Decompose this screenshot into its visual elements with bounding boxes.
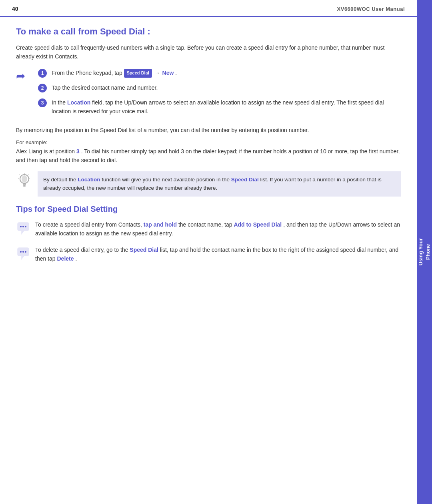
step-2: 2 Tap the desired contact name and numbe…: [38, 83, 401, 92]
example-label: For example:: [16, 139, 401, 145]
section1-heading: To make a call from Speed Dial :: [16, 26, 401, 37]
svg-line-4: [28, 174, 29, 175]
tip2-period: .: [75, 255, 77, 262]
example-number: 3: [76, 148, 80, 155]
step-number-1: 1: [38, 69, 47, 78]
paragraph1: By memorizing the position in the Speed …: [16, 126, 401, 135]
speed-dial-link-memo: Speed Dial: [231, 177, 259, 183]
svg-point-13: [25, 251, 26, 253]
step1-text-before: From the Phone keypad, tap: [52, 70, 124, 76]
delete-link: Delete: [57, 255, 74, 262]
memo-box: By default the Location function will gi…: [16, 171, 401, 197]
speed-dial-link-tip2: Speed Dial: [130, 247, 158, 253]
step-1: 1 From the Phone keypad, tap Speed Dial …: [38, 68, 401, 78]
tip-2: To delete a speed dial entry, go to the …: [16, 245, 401, 263]
memo-content: By default the Location function will gi…: [38, 171, 401, 197]
step-1-text: From the Phone keypad, tap Speed Dial → …: [52, 68, 401, 78]
step3-text-after: field, tap the Up/Down arrows to select …: [52, 99, 384, 114]
speed-dial-button-label: Speed Dial: [124, 69, 152, 78]
step-3: 3 In the Location field, tap the Up/Down…: [38, 98, 401, 116]
step-3-text: In the Location field, tap the Up/Down a…: [52, 98, 401, 116]
tip1-arrow-icon: [16, 221, 30, 238]
svg-point-10: [25, 226, 26, 227]
svg-point-8: [20, 226, 22, 227]
tip1-text-middle: the contact name, tap: [178, 221, 234, 228]
location-link-step3: Location: [67, 99, 90, 106]
step-number-3: 3: [38, 98, 47, 107]
step1-period: .: [175, 70, 177, 76]
location-link-memo: Location: [78, 177, 100, 183]
steps-list: 1 From the Phone keypad, tap Speed Dial …: [38, 68, 401, 122]
manual-title: XV6600WOC User Manual: [337, 6, 405, 12]
step3-text-before: In the: [52, 99, 67, 106]
steps-arrow-icon: ➦: [16, 68, 38, 122]
memo-text-before: By default the: [43, 177, 78, 183]
tap-hold-link: tap and hold: [144, 221, 177, 228]
tip-1: To create a speed dial entry from Contac…: [16, 220, 401, 238]
step-2-text: Tap the desired contact name and number.: [52, 83, 401, 92]
tip2-arrow-icon: [16, 246, 30, 263]
svg-line-6: [19, 174, 20, 175]
page-header: 40 XV6600WOC User Manual: [0, 0, 417, 17]
add-to-speed-dial-link: Add to Speed Dial: [234, 221, 282, 228]
side-tab-text: Using Your Phone: [417, 238, 432, 265]
svg-point-12: [22, 251, 24, 253]
example-text-before: Alex Liang is at position: [16, 148, 75, 155]
svg-point-11: [20, 251, 22, 253]
tip-1-text: To create a speed dial entry from Contac…: [35, 220, 401, 238]
svg-point-9: [22, 226, 24, 227]
memo-text-middle: function will give you the next availabl…: [102, 177, 231, 183]
tip1-text-before: To create a speed dial entry from Contac…: [35, 221, 144, 228]
new-link: New: [162, 70, 174, 76]
section1-intro: Create speed dials to call frequently-us…: [16, 43, 401, 61]
page-content: 40 XV6600WOC User Manual To make a call …: [0, 0, 417, 504]
example-text: Alex Liang is at position 3 . To dial hi…: [16, 147, 401, 165]
tip-2-text: To delete a speed dial entry, go to the …: [35, 245, 401, 263]
arrow-right: →: [154, 70, 162, 76]
tip2-text-before: To delete a speed dial entry, go to the: [35, 247, 130, 253]
svg-rect-2: [23, 185, 26, 187]
section2-heading: Tips for Speed Dial Setting: [16, 205, 401, 214]
page-body: To make a call from Speed Dial : Create …: [0, 17, 417, 504]
lightbulb-icon: [16, 172, 33, 192]
steps-area: ➦ 1 From the Phone keypad, tap Speed Dia…: [16, 68, 401, 122]
side-tab: Using Your Phone: [417, 0, 432, 504]
page-number: 40: [12, 6, 18, 12]
step-number-2: 2: [38, 84, 47, 92]
svg-point-1: [22, 175, 27, 183]
phone-arrow-icon: ➦: [16, 69, 25, 82]
